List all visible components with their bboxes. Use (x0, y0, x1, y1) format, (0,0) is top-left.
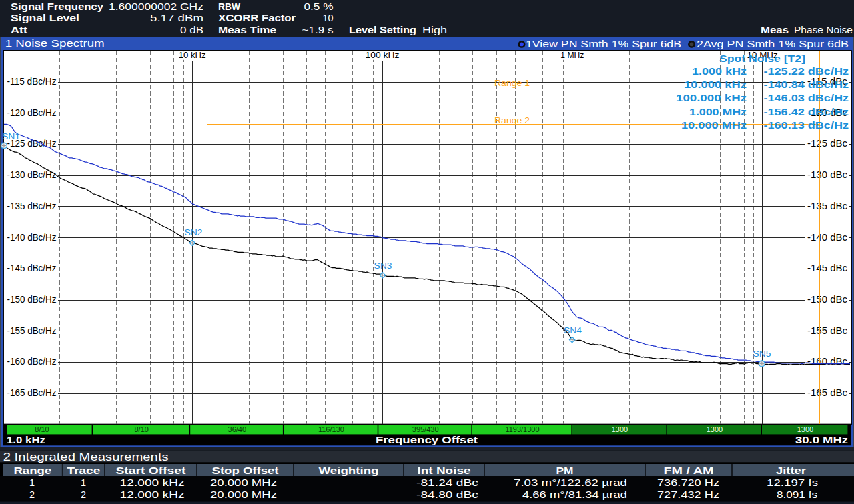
svg-text:Signal Frequency: Signal Frequency (11, 1, 103, 12)
svg-text:12.000 kHz: 12.000 kHz (120, 477, 185, 488)
svg-text:4.66 m°/81.34 µrad: 4.66 m°/81.34 µrad (522, 489, 627, 500)
svg-text:Stop Offset: Stop Offset (212, 465, 279, 476)
svg-text:10 kHz: 10 kHz (179, 51, 206, 60)
svg-text:Range: Range (13, 465, 51, 476)
svg-text:High: High (422, 25, 447, 35)
svg-text:-84.80 dBc: -84.80 dBc (416, 489, 478, 500)
svg-text:10.000 MHz: 10.000 MHz (681, 120, 747, 131)
svg-text:8.091 fs: 8.091 fs (777, 489, 817, 500)
svg-text:0 dB: 0 dB (180, 25, 203, 35)
svg-text:20.000 MHz: 20.000 MHz (210, 477, 277, 488)
svg-text:8/10: 8/10 (134, 425, 148, 433)
svg-text:SN3: SN3 (374, 261, 392, 271)
svg-text:RBW: RBW (218, 1, 241, 12)
svg-text:5.17 dBm: 5.17 dBm (150, 13, 203, 23)
svg-text:Att: Att (11, 25, 27, 35)
svg-text:-160.13 dBc/Hz: -160.13 dBc/Hz (764, 120, 849, 131)
svg-text:100 kHz: 100 kHz (366, 51, 400, 60)
svg-text:Range 1: Range 1 (494, 79, 530, 88)
svg-text:116/130: 116/130 (318, 425, 344, 433)
svg-text:-125.22 dBc/Hz: -125.22 dBc/Hz (764, 66, 849, 77)
svg-text:1.000 kHz: 1.000 kHz (692, 66, 747, 77)
svg-text:1: 1 (29, 477, 35, 488)
svg-text:100.000 kHz: 100.000 kHz (676, 93, 747, 103)
svg-text:-146.03 dBc/Hz: -146.03 dBc/Hz (764, 93, 849, 103)
svg-text:-150 dBc/Hz: -150 dBc/Hz (7, 294, 57, 305)
svg-text:1View PN Smth 1% Spur 6dB: 1View PN Smth 1% Spur 6dB (526, 38, 681, 49)
svg-text:-135 dBc: -135 dBc (807, 201, 847, 211)
svg-text:0.5 %: 0.5 % (304, 1, 334, 12)
svg-text:-130 dBc: -130 dBc (807, 169, 847, 180)
svg-text:1.000 MHz: 1.000 MHz (689, 107, 747, 117)
svg-text:FM / AM: FM / AM (664, 465, 714, 476)
svg-text:Int Noise: Int Noise (418, 465, 471, 476)
svg-text:Weighting: Weighting (319, 465, 379, 476)
svg-text:-145 dBc/Hz: -145 dBc/Hz (7, 263, 57, 273)
svg-text:-160 dBc/Hz: -160 dBc/Hz (7, 356, 57, 367)
svg-text:-115 dBc/Hz: -115 dBc/Hz (7, 76, 57, 87)
svg-text:-130 dBc/Hz: -130 dBc/Hz (7, 169, 57, 180)
svg-text:SN1: SN1 (2, 131, 20, 141)
svg-text:-120 dBc/Hz: -120 dBc/Hz (7, 107, 57, 118)
svg-text:SN5: SN5 (753, 349, 771, 359)
svg-text:-145 dBc: -145 dBc (807, 263, 847, 273)
svg-text:SN4: SN4 (564, 325, 582, 335)
svg-text:-155 dBc: -155 dBc (807, 325, 847, 336)
svg-text:36/40: 36/40 (228, 425, 247, 433)
svg-text:-150 dBc: -150 dBc (807, 294, 847, 305)
svg-text:Start Offset: Start Offset (116, 465, 186, 476)
svg-text:Frequency Offset: Frequency Offset (376, 434, 478, 445)
svg-text:1.0 kHz: 1.0 kHz (7, 434, 45, 445)
svg-text:-140.84 dBc/Hz: -140.84 dBc/Hz (764, 79, 849, 90)
svg-text:Trace: Trace (67, 465, 100, 476)
svg-text:12.197 fs: 12.197 fs (767, 477, 818, 488)
svg-text:20.000 MHz: 20.000 MHz (210, 489, 277, 500)
svg-text:1300: 1300 (707, 425, 723, 433)
svg-text:1 MHz: 1 MHz (560, 51, 584, 60)
svg-text:395/430: 395/430 (412, 425, 439, 433)
svg-text:2 Integrated Measurements: 2 Integrated Measurements (3, 451, 169, 463)
svg-text:-155 dBc/Hz: -155 dBc/Hz (7, 325, 57, 336)
svg-text:-156.42 dBc/Hz: -156.42 dBc/Hz (764, 107, 849, 117)
svg-text:-165 dBc/Hz: -165 dBc/Hz (7, 387, 57, 398)
svg-text:-140 dBc: -140 dBc (807, 232, 847, 243)
svg-text:10: 10 (323, 13, 334, 23)
svg-text:12.000 kHz: 12.000 kHz (120, 489, 185, 500)
svg-text:1300: 1300 (797, 425, 813, 433)
svg-text:Signal Level: Signal Level (11, 13, 79, 23)
svg-text:Spot Noise [T2]: Spot Noise [T2] (719, 53, 805, 64)
svg-text:Meas: Meas (761, 25, 789, 35)
svg-text:8/10: 8/10 (35, 425, 49, 433)
svg-text:-81.24 dBc: -81.24 dBc (416, 477, 478, 488)
svg-text:7.03 m°/122.62 µrad: 7.03 m°/122.62 µrad (514, 477, 627, 488)
svg-text:-140 dBc/Hz: -140 dBc/Hz (7, 232, 57, 243)
svg-text:1300: 1300 (612, 425, 628, 433)
svg-text:736.720 Hz: 736.720 Hz (657, 477, 719, 488)
svg-text:1.600000002 GHz: 1.600000002 GHz (109, 1, 203, 12)
svg-text:1 Noise Spectrum: 1 Noise Spectrum (5, 37, 105, 49)
svg-text:-165 dBc: -165 dBc (807, 387, 847, 398)
svg-text:1: 1 (81, 477, 86, 488)
svg-text:30.0 MHz: 30.0 MHz (795, 434, 848, 445)
svg-text:-135 dBc/Hz: -135 dBc/Hz (7, 201, 57, 211)
svg-text:Meas Time: Meas Time (218, 25, 276, 35)
svg-text:2: 2 (29, 489, 35, 500)
svg-text:XCORR Factor: XCORR Factor (218, 13, 296, 23)
svg-text:Range 2: Range 2 (494, 116, 530, 125)
svg-text:2: 2 (81, 489, 86, 500)
svg-text:SN2: SN2 (184, 227, 202, 237)
svg-text:-160 dBc: -160 dBc (807, 356, 847, 367)
svg-text:Jitter: Jitter (776, 465, 806, 476)
svg-text:~1.9 s: ~1.9 s (302, 25, 334, 35)
svg-text:2Avg PN Smth 1% Spur 6dB: 2Avg PN Smth 1% Spur 6dB (697, 38, 849, 49)
svg-text:10.000 kHz: 10.000 kHz (684, 79, 747, 90)
svg-text:1193/1300: 1193/1300 (505, 425, 539, 433)
svg-text:PM: PM (556, 465, 574, 476)
svg-text:-125 dBc: -125 dBc (807, 138, 847, 149)
svg-text:727.432 Hz: 727.432 Hz (657, 489, 719, 500)
svg-text:Level Setting: Level Setting (349, 25, 416, 35)
svg-text:Phase Noise: Phase Noise (794, 25, 853, 35)
